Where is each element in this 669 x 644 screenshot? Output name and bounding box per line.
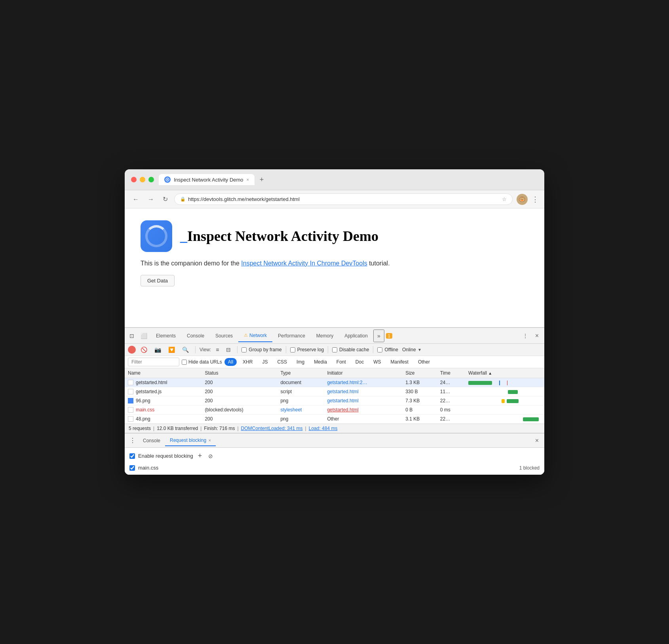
more-tabs-button[interactable]: »: [373, 330, 384, 342]
waterfall-blue-line: [499, 381, 500, 385]
separator-3: [286, 346, 286, 353]
add-rule-button[interactable]: +: [196, 452, 204, 460]
filter-js-button[interactable]: JS: [258, 358, 271, 366]
type-link[interactable]: stylesheet: [280, 407, 302, 413]
filter-input[interactable]: [128, 358, 179, 366]
blocked-item-checkbox[interactable]: [129, 465, 135, 471]
filter-css-button[interactable]: CSS: [274, 358, 291, 366]
col-initiator[interactable]: Initiator: [324, 368, 402, 378]
table-row[interactable]: main.css (blocked:devtools) stylesheet g…: [125, 405, 544, 415]
new-tab-button[interactable]: +: [256, 174, 267, 185]
initiator-link[interactable]: getstarted.html:2…: [327, 380, 367, 385]
reload-button[interactable]: ↻: [160, 195, 170, 204]
inspect-element-button[interactable]: ⊡: [126, 330, 137, 341]
preserve-log-checkbox[interactable]: [290, 347, 295, 352]
initiator-link[interactable]: getstarted.html: [327, 398, 358, 403]
load-link[interactable]: Load: 484 ms: [309, 426, 338, 431]
col-waterfall[interactable]: Waterfall ▲: [465, 368, 544, 378]
filter-img-button[interactable]: Img: [293, 358, 308, 366]
bottom-panel-close-button[interactable]: ×: [532, 436, 542, 446]
tab-application[interactable]: Application: [339, 330, 373, 342]
device-toggle-button[interactable]: ⬜: [137, 330, 150, 341]
disable-cache-checkbox[interactable]: [332, 347, 337, 352]
col-time[interactable]: Time: [437, 368, 465, 378]
bookmark-icon[interactable]: ☆: [502, 196, 507, 202]
tab-sources[interactable]: Sources: [210, 330, 238, 342]
tab-console[interactable]: Console: [181, 330, 210, 342]
user-avatar[interactable]: 🐵: [517, 194, 528, 205]
tab-network[interactable]: ⚠ Network: [238, 330, 272, 342]
filter-all-button[interactable]: All: [224, 358, 237, 366]
group-by-frame-label[interactable]: Group by frame: [241, 347, 281, 352]
offline-label[interactable]: Offline: [377, 347, 398, 352]
devtools-link[interactable]: Inspect Network Activity In Chrome DevTo…: [241, 260, 367, 267]
active-tab[interactable]: Inspect Network Activity Demo ×: [159, 174, 255, 185]
disable-cache-label[interactable]: Disable cache: [332, 347, 369, 352]
preserve-log-label[interactable]: Preserve log: [290, 347, 324, 352]
separator-4: [328, 346, 328, 353]
network-table: Name Status Type Initiator Size Time Wat…: [125, 368, 544, 424]
hide-data-urls-checkbox[interactable]: [182, 360, 187, 365]
separator-2: [237, 346, 238, 353]
cell-waterfall: [465, 378, 544, 387]
cell-status: 200: [201, 396, 277, 405]
col-size[interactable]: Size: [402, 368, 437, 378]
forward-button[interactable]: →: [145, 195, 156, 204]
table-row[interactable]: 96.png 200 png getstarted.html 7.3 KB 22…: [125, 396, 544, 405]
tab-console-bottom[interactable]: Console: [138, 436, 165, 446]
browser-menu-button[interactable]: ⋮: [532, 195, 539, 204]
tab-close-button[interactable]: ×: [247, 177, 249, 182]
cell-size: 1.3 KB: [402, 378, 437, 387]
enable-blocking-checkbox[interactable]: [129, 453, 135, 459]
back-button[interactable]: ←: [130, 195, 141, 204]
cell-size: 330 B: [402, 387, 437, 396]
tab-favicon: [164, 176, 171, 183]
list-view-button[interactable]: ≡: [213, 345, 221, 354]
enable-blocking-row: Enable request blocking + ⊘: [129, 452, 540, 460]
filter-other-button[interactable]: Other: [414, 358, 433, 366]
cell-type: script: [277, 387, 324, 396]
search-button[interactable]: 🔍: [180, 345, 191, 354]
devtools-settings-button[interactable]: ⋮: [519, 330, 531, 341]
tab-memory[interactable]: Memory: [311, 330, 339, 342]
table-row[interactable]: 48.png 200 png Other 3.1 KB 22…: [125, 415, 544, 424]
get-data-button[interactable]: Get Data: [141, 275, 175, 286]
filter-xhr-button[interactable]: XHR: [239, 358, 256, 366]
table-row[interactable]: getstarted.js 200 script getstarted.html…: [125, 387, 544, 396]
tab-performance[interactable]: Performance: [272, 330, 311, 342]
table-row[interactable]: getstarted.html 200 document getstarted.…: [125, 378, 544, 387]
dom-content-loaded-link[interactable]: DOMContentLoaded: 341 ms: [241, 426, 303, 431]
devtools-close-button[interactable]: ×: [531, 330, 543, 342]
bottom-menu-button[interactable]: ⋮: [127, 435, 138, 446]
block-all-button[interactable]: ⊘: [207, 452, 215, 460]
initiator-link[interactable]: getstarted.html: [327, 407, 358, 413]
maximize-window-button[interactable]: [148, 177, 154, 182]
filter-font-button[interactable]: Font: [333, 358, 350, 366]
initiator-link[interactable]: getstarted.html: [327, 389, 358, 394]
cell-initiator: getstarted.html:2…: [324, 378, 402, 387]
cell-time: 22…: [437, 415, 465, 424]
col-status[interactable]: Status: [201, 368, 277, 378]
camera-button[interactable]: 📷: [152, 345, 163, 354]
url-box[interactable]: 🔒 https://devtools.glitch.me/network/get…: [174, 193, 513, 205]
col-name[interactable]: Name: [125, 368, 201, 378]
filter-button[interactable]: 🔽: [166, 345, 177, 354]
hide-data-urls-label[interactable]: Hide data URLs: [182, 359, 222, 365]
col-type[interactable]: Type: [277, 368, 324, 378]
waterfall-view-button[interactable]: ⊟: [224, 345, 233, 354]
filter-doc-button[interactable]: Doc: [352, 358, 367, 366]
request-blocking-close-button[interactable]: ×: [208, 438, 211, 443]
group-by-frame-checkbox[interactable]: [241, 347, 247, 352]
tab-elements[interactable]: Elements: [150, 330, 181, 342]
filter-media-button[interactable]: Media: [310, 358, 331, 366]
cell-initiator: getstarted.html: [324, 405, 402, 415]
offline-checkbox[interactable]: [377, 347, 382, 352]
devtools-tabs: ⊡ ⬜ Elements Console Sources ⚠ Network P…: [125, 328, 544, 344]
minimize-window-button[interactable]: [140, 177, 145, 182]
filter-manifest-button[interactable]: Manifest: [387, 358, 412, 366]
clear-button[interactable]: 🚫: [138, 345, 150, 354]
tab-request-blocking[interactable]: Request blocking ×: [165, 435, 216, 446]
filter-ws-button[interactable]: WS: [370, 358, 384, 366]
close-window-button[interactable]: [131, 177, 137, 182]
record-button[interactable]: [128, 346, 136, 354]
